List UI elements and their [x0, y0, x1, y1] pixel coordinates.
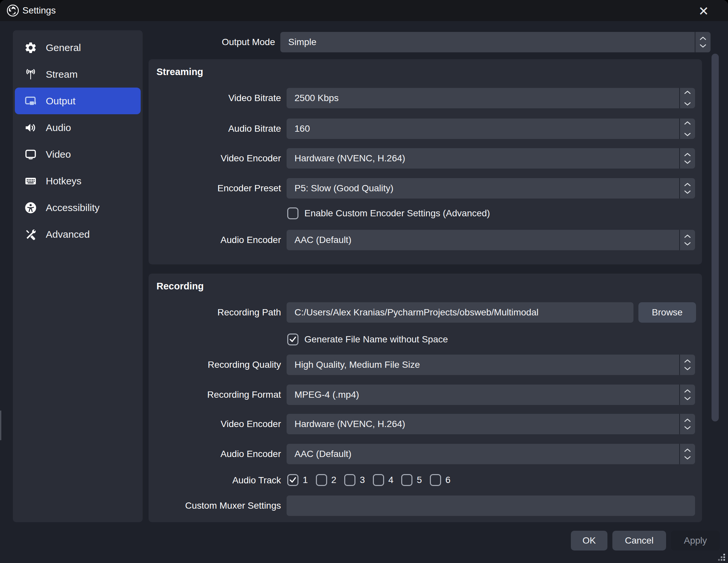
rec-video-encoder-label: Video Encoder [149, 414, 281, 434]
recording-panel: Recording Recording Path C:/Users/Alex K… [149, 274, 702, 522]
checkbox-icon[interactable] [344, 474, 355, 486]
custom-muxer-label: Custom Muxer Settings [149, 495, 281, 516]
ok-button[interactable]: OK [571, 531, 607, 550]
streaming-title: Streaming [156, 67, 203, 77]
cancel-button[interactable]: Cancel [612, 531, 666, 550]
checkbox-icon[interactable] [287, 208, 298, 219]
checkbox-icon[interactable] [287, 333, 298, 345]
audio-track-number: 3 [360, 475, 365, 485]
video-bitrate-label: Video Bitrate [149, 88, 281, 108]
resize-grip-icon[interactable] [717, 553, 726, 562]
stream-audio-encoder-select[interactable]: AAC (Default) [287, 230, 695, 250]
sidebar-item-label: Stream [46, 69, 78, 80]
spinner-arrows-icon [679, 88, 695, 108]
recording-title: Recording [156, 281, 204, 292]
screen-record-icon [23, 94, 38, 108]
sidebar: General Stream Output Audio Video Hotkey… [13, 30, 143, 522]
sidebar-item-stream[interactable]: Stream [15, 61, 141, 88]
recording-path-input[interactable]: C:/Users/Alex Kranias/PycharmProjects/ob… [287, 302, 633, 323]
rec-audio-encoder-select[interactable]: AAC (Default) [287, 444, 695, 464]
title-bar: Settings ✕ [0, 0, 728, 21]
vertical-scrollbar-thumb[interactable] [712, 54, 719, 421]
audio-track-1[interactable]: 1 [287, 474, 308, 486]
background-window-sliver [0, 410, 1, 440]
gear-icon [23, 41, 38, 55]
spinner-arrows-icon [679, 119, 695, 139]
settings-window: Settings ✕ General Stream Output Audio V… [0, 0, 728, 563]
sidebar-item-accessibility[interactable]: Accessibility [15, 194, 141, 221]
audio-bitrate-label: Audio Bitrate [149, 119, 281, 139]
sidebar-item-video[interactable]: Video [15, 141, 141, 168]
audio-track-number: 4 [388, 475, 394, 485]
monitor-icon [23, 147, 38, 162]
custom-encoder-settings-label: Enable Custom Encoder Settings (Advanced… [304, 208, 490, 219]
checkbox-icon[interactable] [287, 474, 298, 486]
audio-bitrate-value: 160 [294, 124, 695, 134]
chevron-up-down-icon [679, 148, 695, 169]
streaming-panel: Streaming Video Bitrate 2500 Kbps Audio … [149, 59, 702, 265]
audio-track-row: 1 2 3 4 5 6 [287, 474, 458, 486]
close-icon[interactable]: ✕ [696, 5, 711, 18]
rec-audio-encoder-label: Audio Encoder [149, 444, 281, 464]
chevron-up-down-icon [679, 444, 695, 464]
recording-format-select[interactable]: MPEG-4 (.mp4) [287, 384, 695, 405]
stream-audio-encoder-value: AAC (Default) [294, 235, 695, 245]
sidebar-item-label: Output [46, 96, 75, 107]
audio-bitrate-spinner[interactable]: 160 [287, 119, 695, 139]
encoder-preset-select[interactable]: P5: Slow (Good Quality) [287, 178, 695, 199]
stream-audio-encoder-label: Audio Encoder [149, 230, 281, 250]
recording-path-value: C:/Users/Alex Kranias/PycharmProjects/ob… [294, 307, 539, 318]
output-mode-select[interactable]: Simple [280, 32, 711, 52]
stream-video-encoder-select[interactable]: Hardware (NVENC, H.264) [287, 148, 695, 169]
keyboard-icon [23, 174, 38, 188]
audio-track-label: Audio Track [149, 474, 281, 487]
audio-track-3[interactable]: 3 [344, 474, 365, 486]
audio-track-number: 5 [417, 475, 422, 485]
stream-video-encoder-value: Hardware (NVENC, H.264) [294, 153, 695, 164]
chevron-up-down-icon [679, 230, 695, 250]
rec-video-encoder-value: Hardware (NVENC, H.264) [294, 419, 695, 429]
output-mode-label: Output Mode [143, 32, 275, 52]
generate-filename-checkbox-row[interactable]: Generate File Name without Space [287, 333, 448, 345]
recording-quality-label: Recording Quality [149, 354, 281, 375]
chevron-up-down-icon [695, 32, 711, 52]
audio-track-2[interactable]: 2 [316, 474, 337, 486]
audio-track-number: 1 [303, 475, 308, 485]
sidebar-item-audio[interactable]: Audio [15, 114, 141, 141]
rec-audio-encoder-value: AAC (Default) [294, 449, 695, 459]
sidebar-item-output[interactable]: Output [15, 88, 141, 114]
chevron-up-down-icon [679, 178, 695, 199]
accessibility-icon [23, 201, 38, 215]
browse-button[interactable]: Browse [638, 302, 696, 323]
speaker-icon [23, 121, 38, 135]
sidebar-item-hotkeys[interactable]: Hotkeys [15, 168, 141, 194]
custom-muxer-input[interactable] [287, 495, 695, 516]
recording-quality-select[interactable]: High Quality, Medium File Size [287, 354, 695, 375]
encoder-preset-label: Encoder Preset [149, 178, 281, 199]
audio-track-4[interactable]: 4 [373, 474, 394, 486]
audio-track-number: 2 [331, 475, 337, 485]
sidebar-item-label: Hotkeys [46, 176, 81, 187]
sidebar-item-general[interactable]: General [15, 34, 141, 61]
checkbox-icon[interactable] [430, 474, 441, 486]
checkbox-icon[interactable] [401, 474, 412, 486]
apply-button[interactable]: Apply [671, 531, 720, 550]
audio-track-6[interactable]: 6 [430, 474, 451, 486]
sidebar-item-label: Advanced [46, 229, 90, 240]
rec-video-encoder-select[interactable]: Hardware (NVENC, H.264) [287, 414, 695, 434]
generate-filename-label: Generate File Name without Space [304, 334, 448, 345]
audio-track-number: 6 [445, 475, 451, 485]
sidebar-item-label: Audio [46, 122, 71, 133]
custom-encoder-settings-checkbox-row[interactable]: Enable Custom Encoder Settings (Advanced… [287, 208, 490, 219]
output-mode-value: Simple [288, 37, 711, 47]
chevron-up-down-icon [679, 414, 695, 434]
video-bitrate-spinner[interactable]: 2500 Kbps [287, 88, 695, 108]
audio-track-5[interactable]: 5 [401, 474, 422, 486]
obs-logo-icon [7, 4, 19, 17]
checkbox-icon[interactable] [316, 474, 327, 486]
checkbox-icon[interactable] [373, 474, 384, 486]
chevron-up-down-icon [679, 384, 695, 405]
encoder-preset-value: P5: Slow (Good Quality) [294, 183, 695, 194]
antenna-icon [23, 67, 38, 82]
sidebar-item-advanced[interactable]: Advanced [15, 221, 141, 248]
